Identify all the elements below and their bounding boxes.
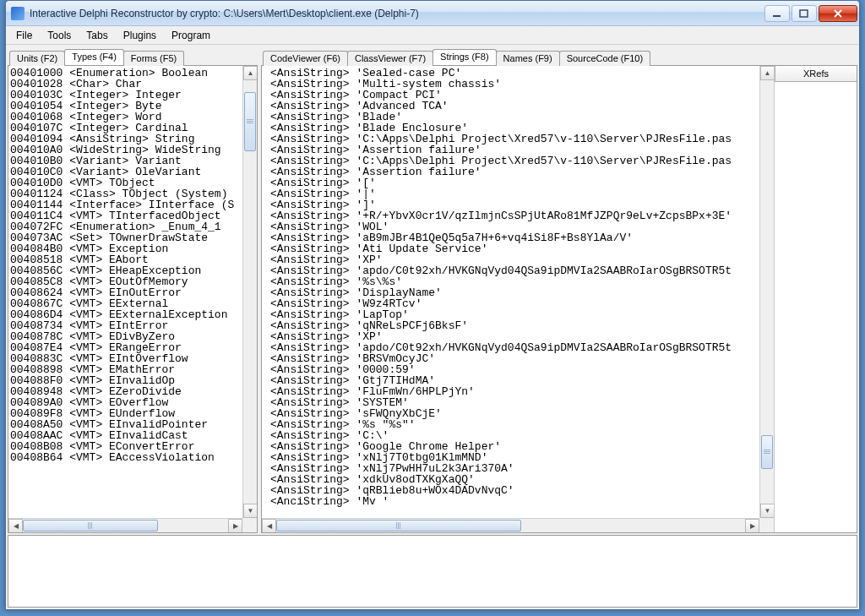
tab-sourcecode[interactable]: SourceCode (F10) [559,51,651,66]
scroll-left-icon[interactable]: ◀ [262,519,276,532]
right-panel: CodeViewer (F6) ClassViewer (F7) Strings… [261,46,857,533]
menu-tools[interactable]: Tools [41,28,78,43]
menu-program[interactable]: Program [165,28,217,43]
tab-codeviewer[interactable]: CodeViewer (F6) [263,51,348,66]
types-list-wrap: 00401000 <Enumeration> Boolean 00401028 … [8,66,257,532]
app-icon [11,7,24,20]
right-vscrollbar[interactable]: ▲ ▼ [759,66,774,518]
left-hthumb[interactable] [23,520,158,532]
scroll-up-icon[interactable]: ▲ [760,66,774,80]
right-vthumb[interactable] [761,435,773,469]
left-hscrollbar[interactable]: ◀ ▶ [8,518,242,532]
xrefs-column: XRefs [774,66,857,532]
tab-forms[interactable]: Forms (F5) [123,51,184,66]
minimize-icon [772,9,782,18]
window-title: Interactive Delphi Reconstructor by cryp… [30,8,764,19]
left-panel: Units (F2) Types (F4) Forms (F5) 0040100… [8,46,258,533]
svg-rect-1 [800,10,808,17]
left-htrack[interactable] [23,519,228,532]
right-htrack[interactable] [276,519,745,532]
maximize-icon [799,9,809,18]
window-buttons [764,5,857,22]
left-vscrollbar[interactable]: ▲ ▼ [242,66,257,518]
left-scroll-corner [242,518,257,532]
right-hscrollbar[interactable]: ◀ ▶ [262,518,759,532]
tab-names[interactable]: Names (F9) [496,51,560,66]
left-tabs: Units (F2) Types (F4) Forms (F5) [8,46,258,65]
types-list[interactable]: 00401000 <Enumeration> Boolean 00401028 … [8,66,242,518]
right-tabs: CodeViewer (F6) ClassViewer (F7) Strings… [261,46,857,65]
right-tab-body: <AnsiString> 'Sealed-case PC' <AnsiStrin… [261,65,857,533]
menu-tabs[interactable]: Tabs [79,28,114,43]
menu-file[interactable]: File [9,28,39,43]
client-area: Units (F2) Types (F4) Forms (F5) 0040100… [6,45,859,535]
scroll-left-icon[interactable]: ◀ [8,519,23,532]
left-vtrack[interactable] [243,80,257,504]
left-tab-body: 00401000 <Enumeration> Boolean 00401028 … [8,65,258,533]
svg-rect-0 [773,15,781,17]
strings-list-wrap: <AnsiString> 'Sealed-case PC' <AnsiStrin… [262,66,774,532]
app-window: Interactive Delphi Reconstructor by cryp… [5,0,860,610]
strings-list[interactable]: <AnsiString> 'Sealed-case PC' <AnsiStrin… [262,66,759,518]
right-scroll-corner [759,518,774,532]
close-button[interactable] [819,5,857,22]
menu-plugins[interactable]: Plugins [117,28,163,43]
left-vthumb[interactable] [244,92,256,151]
tab-types[interactable]: Types (F4) [64,49,124,65]
minimize-button[interactable] [764,5,790,22]
titlebar[interactable]: Interactive Delphi Reconstructor by cryp… [6,1,859,26]
right-vtrack[interactable] [760,80,774,504]
scroll-down-icon[interactable]: ▼ [760,504,774,518]
tab-units[interactable]: Units (F2) [9,51,65,66]
scroll-down-icon[interactable]: ▼ [243,504,257,518]
xrefs-header[interactable]: XRefs [775,66,857,82]
right-hthumb[interactable] [276,520,521,532]
scroll-right-icon[interactable]: ▶ [228,519,242,532]
tab-classviewer[interactable]: ClassViewer (F7) [347,51,433,66]
scroll-up-icon[interactable]: ▲ [243,66,257,80]
menubar: File Tools Tabs Plugins Program [6,26,859,45]
tab-strings[interactable]: Strings (F8) [432,49,496,65]
maximize-button[interactable] [792,5,817,22]
close-icon [833,9,843,18]
scroll-right-icon[interactable]: ▶ [745,519,759,532]
bottom-panel [8,535,857,608]
